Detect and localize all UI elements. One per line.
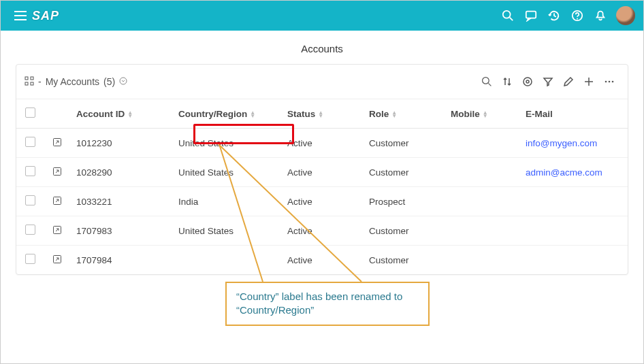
open-icon[interactable] [52,256,62,266]
search-icon[interactable] [498,5,518,26]
sort-indicator-icon: ▲▼ [127,111,133,118]
cell-role: Customer [364,129,445,158]
row-checkbox[interactable] [25,225,35,235]
svg-rect-5 [31,77,33,80]
callout-text: “Country” label has been renamed to “Cou… [236,291,402,316]
svg-point-14 [612,81,614,83]
col-email[interactable]: E-Mail [520,99,628,129]
open-icon[interactable] [52,168,62,178]
row-checkbox[interactable] [25,254,35,264]
table-row[interactable]: 1707984ActiveCustomer [16,246,628,275]
cell-country: India [173,187,282,216]
svg-rect-7 [31,82,33,85]
app-header: SAP [1,1,643,31]
svg-point-8 [120,78,127,84]
col-mobile[interactable]: Mobile▲▼ [445,99,520,129]
cell-status: Active [282,187,364,216]
accounts-table: Account ID▲▼ Country/Region▲▼ Status▲▼ R… [16,99,628,274]
table-row[interactable]: 1033221IndiaActiveProspect [16,187,628,216]
accounts-card: - My Accounts (5) [16,64,628,275]
open-icon[interactable] [52,197,62,208]
table-search-icon[interactable] [477,71,497,92]
cell-email[interactable]: info@mygen.com [520,129,628,158]
sort-indicator-icon: ▲▼ [250,111,255,118]
cell-status: Active [282,129,364,158]
col-account-id[interactable]: Account ID▲▼ [71,99,173,129]
view-count: (5) [103,76,115,87]
help-icon[interactable] [567,5,587,26]
svg-rect-1 [526,12,536,18]
cell-country [173,246,282,275]
sap-logo: SAP [32,9,59,23]
cell-mobile [445,158,520,187]
cell-mobile [445,129,520,158]
cell-mobile [445,216,520,246]
cell-status: Active [282,246,364,275]
cell-mobile [445,187,520,216]
cell-status: Active [282,158,364,187]
view-selector[interactable]: - My Accounts (5) [25,76,127,88]
cell-email [520,216,628,246]
edit-icon[interactable] [558,71,579,92]
cell-country: United States [173,158,282,187]
cell-email [520,246,628,275]
svg-point-10 [524,78,532,86]
svg-point-3 [577,18,578,20]
chevron-down-icon [119,76,127,87]
notifications-icon[interactable] [590,5,611,26]
table-header-row: Account ID▲▼ Country/Region▲▼ Status▲▼ R… [16,99,628,129]
svg-point-9 [483,78,489,84]
menu-icon[interactable] [10,5,31,26]
accounts-toolbar: - My Accounts (5) [16,65,628,99]
cell-account-id: 1012230 [71,129,173,158]
cell-account-id: 1033221 [71,187,173,216]
callout-box: “Country” label has been renamed to “Cou… [225,282,430,326]
svg-rect-6 [25,82,28,85]
add-icon[interactable] [579,71,599,92]
sort-indicator-icon: ▲▼ [318,111,323,118]
table-row[interactable]: 1707983United StatesActiveCustomer [16,216,628,246]
page-title: Accounts [1,31,643,64]
select-all-checkbox[interactable] [25,107,35,118]
svg-point-13 [609,81,611,83]
sort-icon[interactable] [497,71,517,92]
row-checkbox[interactable] [25,166,35,176]
cell-email [520,187,628,216]
filter-icon[interactable] [538,71,558,92]
cell-role: Customer [364,216,445,246]
grid-icon [25,76,34,88]
cell-mobile [445,246,520,275]
svg-point-0 [503,11,511,18]
cell-account-id: 1028290 [71,158,173,187]
user-avatar[interactable] [616,6,635,25]
col-status[interactable]: Status▲▼ [282,99,364,129]
cell-role: Customer [364,246,445,275]
cell-account-id: 1707984 [71,246,173,275]
table-row[interactable]: 1012230United StatesActiveCustomerinfo@m… [16,129,628,158]
cell-account-id: 1707983 [71,216,173,246]
row-checkbox[interactable] [25,137,35,147]
sort-indicator-icon: ▲▼ [391,111,397,118]
view-label: My Accounts [46,76,99,87]
sort-indicator-icon: ▲▼ [483,111,488,118]
col-country-region[interactable]: Country/Region▲▼ [173,99,282,129]
more-icon[interactable] [599,71,619,92]
cell-country: United States [173,216,282,246]
history-icon[interactable] [544,5,564,26]
svg-point-11 [526,80,529,83]
settings-icon[interactable] [517,71,538,92]
chat-icon[interactable] [521,5,541,26]
svg-point-12 [605,81,607,83]
col-role[interactable]: Role▲▼ [364,99,445,129]
open-icon[interactable] [52,139,62,149]
table-row[interactable]: 1028290United StatesActiveCustomeradmin@… [16,158,628,187]
cell-role: Customer [364,158,445,187]
cell-email[interactable]: admin@acme.com [520,158,628,187]
svg-rect-4 [25,77,28,80]
open-icon[interactable] [52,227,62,237]
row-checkbox[interactable] [25,195,35,205]
cell-status: Active [282,216,364,246]
cell-role: Prospect [364,187,445,216]
cell-country: United States [173,129,282,158]
